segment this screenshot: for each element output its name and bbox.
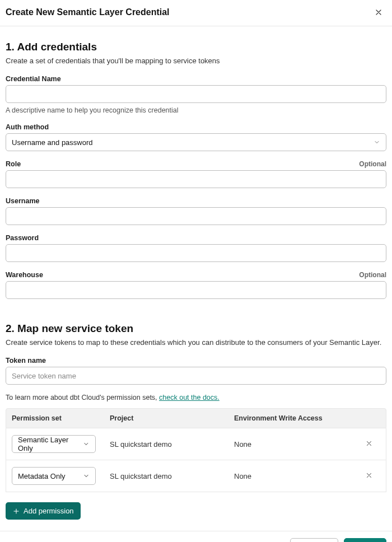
permission-set-value: Metadata Only [18, 472, 66, 480]
permission-set-select[interactable]: Semantic Layer Only [12, 435, 96, 453]
section-1-title: 1. Add credentials [6, 41, 386, 53]
modal-footer: Cancel Save [0, 531, 392, 542]
env-access-cell: None [234, 440, 358, 448]
field-token-name: Token name [6, 357, 386, 385]
chevron-down-icon [83, 473, 90, 479]
env-access-cell: None [234, 472, 358, 480]
credential-name-label: Credential Name [6, 75, 61, 83]
username-label: Username [6, 197, 39, 205]
permission-table: Permission set Project Environment Write… [6, 408, 386, 492]
col-header-project: Project [110, 414, 234, 422]
modal-title: Create New Semantic Layer Credential [6, 7, 170, 18]
add-permission-label: Add permission [24, 507, 74, 515]
field-credential-name: Credential Name A descriptive name to he… [6, 75, 386, 114]
project-cell: SL quickstart demo [110, 472, 234, 480]
warehouse-label: Warehouse [6, 271, 43, 279]
project-cell: SL quickstart demo [110, 440, 234, 448]
col-header-env-access: Environment Write Access [234, 414, 358, 422]
create-credential-modal: Create New Semantic Layer Credential 1. … [0, 0, 392, 542]
plus-icon [12, 507, 20, 515]
role-label: Role [6, 160, 21, 168]
close-button[interactable] [372, 6, 385, 19]
role-optional: Optional [359, 160, 386, 168]
field-role: Role Optional [6, 160, 386, 188]
password-label: Password [6, 234, 39, 242]
field-username: Username [6, 197, 386, 225]
token-name-input[interactable] [6, 367, 386, 385]
close-icon [365, 471, 373, 479]
role-input[interactable] [6, 170, 386, 188]
permission-table-header: Permission set Project Environment Write… [6, 408, 386, 428]
section-2-title: 2. Map new service token [6, 323, 386, 335]
col-header-permission-set: Permission set [12, 414, 110, 422]
auth-method-select[interactable]: Username and password [6, 133, 386, 151]
save-button[interactable]: Save [344, 538, 386, 542]
docs-prefix: To learn more about dbt Cloud's permissi… [6, 394, 159, 401]
remove-row-button[interactable] [363, 437, 375, 451]
auth-method-value: Username and password [12, 138, 93, 147]
docs-line: To learn more about dbt Cloud's permissi… [6, 394, 386, 401]
section-1-desc: Create a set of credentials that you'll … [6, 57, 386, 65]
permission-row: Semantic Layer Only SL quickstart demo N… [6, 428, 386, 460]
section-2-desc: Create service tokens to map to these cr… [6, 338, 386, 347]
credential-name-input[interactable] [6, 85, 386, 103]
credential-name-help: A descriptive name to help you recognize… [6, 106, 386, 114]
password-input[interactable] [6, 244, 386, 262]
warehouse-optional: Optional [359, 271, 386, 279]
chevron-down-icon [374, 139, 380, 146]
chevron-down-icon [83, 441, 90, 447]
field-warehouse: Warehouse Optional [6, 271, 386, 299]
username-input[interactable] [6, 207, 386, 225]
field-auth-method: Auth method Username and password [6, 123, 386, 151]
permission-row: Metadata Only SL quickstart demo None [6, 460, 386, 492]
modal-body: 1. Add credentials Create a set of crede… [0, 26, 392, 531]
close-icon [365, 440, 373, 447]
warehouse-input[interactable] [6, 281, 386, 299]
close-icon [374, 8, 383, 17]
token-name-label: Token name [6, 357, 46, 365]
docs-link[interactable]: check out the docs. [159, 394, 220, 401]
remove-row-button[interactable] [363, 469, 375, 483]
permission-set-value: Semantic Layer Only [18, 436, 83, 452]
modal-header: Create New Semantic Layer Credential [0, 0, 392, 26]
permission-set-select[interactable]: Metadata Only [12, 467, 96, 485]
add-permission-button[interactable]: Add permission [6, 502, 81, 520]
field-password: Password [6, 234, 386, 262]
cancel-button[interactable]: Cancel [290, 538, 338, 542]
auth-method-label: Auth method [6, 123, 49, 131]
